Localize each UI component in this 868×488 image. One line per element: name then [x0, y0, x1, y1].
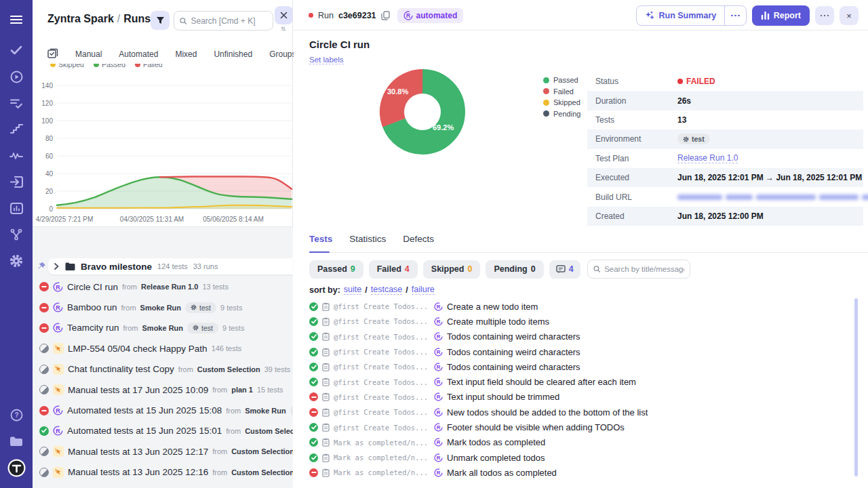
pin-icon[interactable]	[37, 261, 46, 273]
svg-text:R: R	[437, 334, 441, 340]
runs-tab[interactable]: Manual	[75, 49, 102, 59]
more-actions-button[interactable]	[815, 6, 834, 25]
report-box-icon[interactable]	[0, 197, 33, 220]
svg-text:R: R	[406, 12, 410, 19]
activity-icon[interactable]	[0, 144, 33, 167]
unfinished-status-icon	[39, 385, 49, 394]
legend-item: Pending	[543, 110, 580, 118]
gear-icon	[191, 304, 197, 310]
run-label: Run	[318, 11, 334, 20]
test-title: Mark todos as completed	[447, 437, 545, 447]
legend-label: Passed	[553, 76, 578, 84]
test-row[interactable]: @first Create Todos... R Create a new to…	[309, 299, 848, 314]
app-root: ? Zyntra Spark/Runs ⇅ ManualAutomated	[0, 0, 868, 488]
runs-search-input[interactable]	[191, 16, 267, 26]
test-row[interactable]: Mark as completed/n... R Mark todos as c…	[309, 435, 848, 450]
status-filter-chip[interactable]: Skipped 0	[423, 260, 481, 279]
unfinished-status-icon	[39, 344, 49, 353]
report-button[interactable]: Report	[752, 5, 810, 26]
run-list-item[interactable]: R Automated tests at 15 Jun 2025 15:08 f…	[33, 400, 293, 420]
manual-run-icon	[53, 364, 64, 375]
runs-search[interactable]	[174, 11, 273, 30]
automated-run-icon: R	[434, 423, 443, 432]
legend-label: Skipped	[58, 64, 84, 68]
check-icon[interactable]	[0, 39, 33, 62]
run-list-item[interactable]: R Teamcity run from Smoke Run test 9 tes…	[33, 318, 293, 338]
select-all-icon[interactable]	[47, 47, 58, 60]
copy-icon[interactable]	[381, 11, 390, 20]
detail-tab[interactable]: Tests	[309, 234, 332, 252]
chip-count: 0	[531, 264, 536, 274]
test-row[interactable]: @first Create Todos... R Create multiple…	[309, 314, 848, 329]
chip-count: 9	[351, 264, 355, 274]
test-row[interactable]: @first Create Todos... R Todos containin…	[309, 344, 848, 359]
chevron-right-icon[interactable]	[54, 263, 60, 270]
breadcrumb-project[interactable]: Zyntra Spark	[47, 13, 114, 24]
logo[interactable]	[0, 456, 33, 479]
runs-tab[interactable]: Unfinished	[214, 49, 252, 59]
sort-toggle-partial[interactable]: ⇅	[281, 26, 286, 30]
status-filter-chip[interactable]: Passed 9	[309, 260, 363, 279]
runs-tab[interactable]: Mixed	[175, 49, 197, 59]
from-label: from	[226, 407, 241, 415]
run-list-item[interactable]: R Manual tests at 17 Jun 2025 10:09 from…	[33, 380, 293, 400]
clipboard-icon	[322, 468, 330, 477]
detail-tab[interactable]: Statistics	[349, 234, 386, 252]
test-row[interactable]: @first Create Todos... R Text input shou…	[309, 390, 848, 405]
status-filter-chip[interactable]: Failed 4	[369, 260, 418, 279]
test-row[interactable]: @first Create Todos... R Todos containin…	[309, 359, 848, 374]
tests-search[interactable]	[587, 260, 690, 279]
automated-run-icon: R	[434, 468, 443, 477]
task-list-icon[interactable]	[0, 92, 33, 115]
passed-status-icon	[309, 378, 318, 386]
run-group-row[interactable]: Bravo milestone 124 tests 33 runs	[48, 258, 293, 274]
comments-filter-chip[interactable]: 4	[549, 260, 580, 279]
run-summary-button[interactable]: Run Summary	[637, 6, 724, 25]
run-source: Custom Selection	[197, 365, 260, 373]
test-row[interactable]: @first Create Todos... R Footer should b…	[309, 420, 848, 434]
tests-search-input[interactable]	[604, 265, 684, 273]
info-label: Status	[587, 77, 677, 86]
automated-run-icon: R	[434, 408, 443, 417]
run-list-item[interactable]: R Bamboo run from Smoke Run test 9 tests	[33, 297, 293, 317]
test-plan-link[interactable]: Release Run 1.0	[677, 153, 738, 163]
tests-scrollbar[interactable]	[854, 298, 858, 476]
gear-icon[interactable]	[0, 249, 33, 272]
branch-icon[interactable]	[0, 223, 33, 246]
run-list-item[interactable]: R Manual tests at 13 Jun 2025 12:17 from…	[33, 441, 293, 462]
test-row[interactable]: @first Create Todos... R New todos shoul…	[309, 405, 848, 420]
detail-tab[interactable]: Defects	[403, 234, 434, 252]
legend-item: Passed	[94, 64, 125, 68]
run-list-item[interactable]: R Automated tests at 15 Jun 2025 15:01 f…	[33, 421, 293, 441]
sign-in-icon[interactable]	[0, 170, 33, 193]
play-circle-icon[interactable]	[0, 65, 33, 88]
run-name: Automated tests at 15 Jun 2025 15:08	[67, 405, 222, 415]
panel-close-button[interactable]	[275, 6, 293, 24]
projects-icon[interactable]	[0, 430, 33, 453]
steps-icon[interactable]	[0, 117, 33, 140]
runs-tab[interactable]: Groups	[269, 49, 296, 59]
test-row[interactable]: Mark as completed/n... R Unmark complete…	[309, 450, 848, 465]
test-row[interactable]: @first Create Todos... R Text input fiel…	[309, 374, 848, 389]
help-icon[interactable]: ?	[0, 403, 33, 426]
run-list-item[interactable]: R LMP-554 05/04 check Happy Path 146 tes…	[33, 338, 293, 359]
sort-link[interactable]: failure	[412, 285, 435, 295]
legend-item: Skipped	[543, 98, 580, 106]
run-title: Circle CI run	[309, 39, 370, 50]
automated-run-icon: R	[434, 302, 443, 311]
run-list-item[interactable]: R Circle CI run from Release Run 1.0 13 …	[33, 277, 293, 297]
sort-link[interactable]: suite	[344, 285, 361, 295]
runs-tab[interactable]: Automated	[119, 49, 158, 59]
close-run-button[interactable]: ×	[840, 6, 859, 25]
run-list-item[interactable]: R Manual tests at 13 Jun 2025 12:16 from…	[33, 462, 293, 483]
test-row[interactable]: @first Create Todos... R Todos containin…	[309, 329, 848, 344]
set-labels-link[interactable]: Set labels	[309, 56, 344, 64]
run-list-item[interactable]: R Chat functinality test Copy from Custo…	[33, 359, 293, 380]
status-filter-chip[interactable]: Pending 0	[486, 260, 543, 279]
test-row[interactable]: Mark as completed/n... R Mark all todos …	[309, 465, 848, 480]
menu-icon[interactable]	[0, 8, 33, 31]
filter-button[interactable]	[151, 11, 170, 30]
sort-link[interactable]: testcase	[371, 285, 403, 295]
run-summary-more-button[interactable]	[724, 6, 746, 25]
svg-text:R: R	[437, 394, 441, 401]
